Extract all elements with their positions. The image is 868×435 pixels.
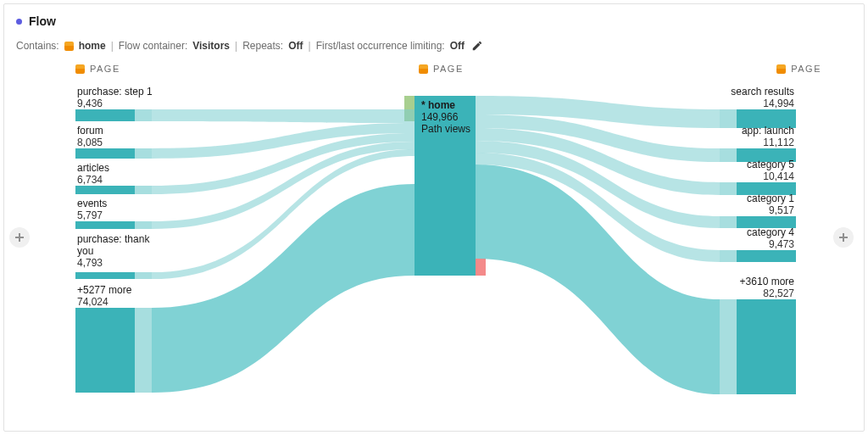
left-node[interactable] [75,148,135,159]
right-node[interactable] [737,216,796,228]
svg-rect-9 [720,216,737,228]
left-node-label: forum8,085 [77,125,103,148]
contains-value: home [79,40,106,52]
right-node-label: +3610 more82,527 [740,276,794,299]
left-node[interactable] [75,186,135,194]
svg-rect-1 [135,148,152,159]
right-node[interactable] [737,182,796,195]
exit-marker [476,259,486,276]
svg-rect-4 [135,272,152,279]
flow-meta-row: Contains: home | Flow container: Visitor… [16,40,852,52]
svg-rect-8 [720,182,737,195]
dimension-icon [64,42,74,51]
svg-rect-3 [135,221,152,229]
center-column-header: PAGE [419,64,464,74]
container-label: Flow container: [119,40,187,52]
panel-status-dot [16,19,22,25]
left-node-label: +5277 more74,024 [77,284,131,308]
left-node-label: articles6,734 [77,162,109,186]
entry-marker [404,96,415,121]
repeats-value: Off [288,40,303,52]
svg-rect-0 [135,109,152,121]
svg-rect-7 [720,148,737,162]
left-node-label: purchase: step 19,436 [77,86,153,109]
panel-header: Flow [16,14,852,28]
left-node[interactable] [75,109,135,121]
sankey-chart[interactable]: PAGE PAGE PAGE [16,64,847,411]
svg-rect-6 [720,109,737,128]
left-node-label: purchase: thank you4,793 [77,233,153,269]
left-node-more[interactable] [75,308,135,393]
add-right-column-button[interactable] [833,227,854,248]
center-node-label: * home 149,966 Path views [421,99,474,135]
container-value: Visitors [192,40,230,52]
right-node-label: category 19,517 [747,192,794,216]
limiting-value: Off [450,40,465,52]
svg-rect-10 [720,250,737,262]
add-left-column-button[interactable] [9,227,30,248]
right-node[interactable] [737,250,796,262]
svg-rect-11 [720,299,737,394]
right-node[interactable] [737,109,796,128]
dimension-icon [419,64,428,74]
left-node[interactable] [75,221,135,229]
left-column-header: PAGE [75,64,120,74]
right-node-more[interactable] [737,299,796,394]
repeats-label: Repeats: [242,40,283,52]
right-node-label: category 49,473 [747,226,794,250]
right-node-label: search results14,994 [731,86,794,109]
right-column-header: PAGE [776,64,821,74]
limiting-label: First/last occurrence limiting: [316,40,445,52]
svg-rect-2 [135,186,152,194]
left-node-label: events5,797 [77,198,107,221]
left-node[interactable] [75,272,135,279]
panel-title: Flow [29,14,56,28]
svg-rect-5 [135,308,152,393]
right-node-label: category 510,414 [747,159,794,182]
right-node[interactable] [737,148,796,162]
edit-settings-button[interactable] [471,40,483,52]
flow-panel: Flow Contains: home | Flow container: Vi… [3,3,865,432]
dimension-icon [776,64,786,74]
dimension-icon [75,64,85,74]
contains-label: Contains: [16,40,59,52]
right-node-label: app: launch11,112 [742,125,794,148]
